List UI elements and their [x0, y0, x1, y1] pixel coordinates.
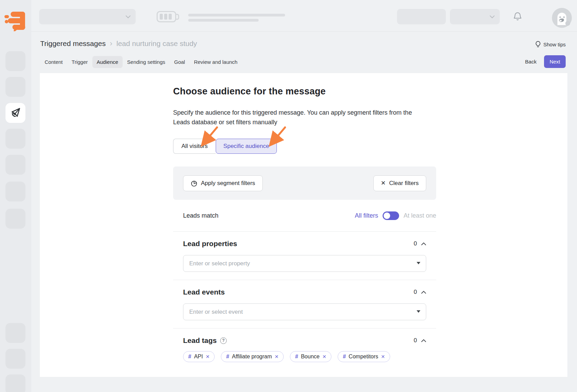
property-select-input[interactable]	[183, 255, 426, 272]
battery-icon	[157, 11, 180, 24]
segment-filters-panel: Apply segment filters ✕ Clear filters	[173, 166, 436, 200]
topbar-button-placeholder[interactable]	[397, 9, 446, 24]
tags-row: # API ✕ # Affiliate program ✕ # Bounce	[183, 351, 426, 362]
tag-label: Affiliate program	[232, 354, 272, 360]
tag-pill: # Affiliate program ✕	[221, 351, 284, 362]
sidebar-item-placeholder[interactable]	[5, 51, 25, 71]
match-mode-toggle[interactable]	[383, 211, 399, 220]
leads-match-row: Leads match All filters At least one	[173, 211, 436, 220]
chevron-down-icon	[125, 15, 131, 19]
leads-match-label: Leads match	[183, 212, 218, 219]
tab-goal[interactable]: Goal	[170, 56, 190, 68]
hash-icon: #	[188, 354, 191, 360]
topbar-text-placeholder	[188, 19, 259, 22]
sidebar-item-placeholder[interactable]	[5, 209, 25, 229]
step-tabs: Content Trigger Audience Sending setting…	[40, 56, 242, 68]
remove-tag-icon[interactable]: ✕	[381, 354, 385, 359]
close-icon: ✕	[381, 180, 386, 187]
event-select	[183, 303, 426, 320]
sidebar-item-placeholder[interactable]	[5, 77, 25, 97]
sidebar-item-placeholder[interactable]	[5, 155, 25, 175]
tag-label: API	[194, 354, 203, 360]
tab-audience[interactable]: Audience	[92, 56, 123, 68]
breadcrumb-current: lead nurturing case study	[116, 39, 197, 48]
show-tips-label: Show tips	[543, 42, 566, 47]
audience-type-switch: All visitors Specific audience	[173, 139, 436, 154]
apply-segment-filters-button[interactable]: Apply segment filters	[183, 175, 263, 191]
hash-icon: #	[226, 354, 229, 360]
clear-filters-button[interactable]: ✕ Clear filters	[373, 175, 426, 191]
sidebar-item-placeholder[interactable]	[5, 182, 25, 201]
main-card: Choose audience for the message Specify …	[40, 73, 567, 377]
topbar-text-placeholder	[188, 14, 285, 16]
tab-review-and-launch[interactable]: Review and launch	[190, 56, 242, 68]
topbar-divider	[31, 31, 577, 32]
remove-tag-icon[interactable]: ✕	[322, 354, 326, 359]
lead-tags-title: Lead tags	[183, 336, 217, 345]
avatar[interactable]	[552, 8, 572, 28]
tab-content[interactable]: Content	[40, 56, 67, 68]
breadcrumb-separator: ›	[110, 39, 112, 48]
hash-icon: #	[295, 354, 298, 360]
chevron-up-icon	[421, 291, 426, 294]
event-select-input[interactable]	[183, 303, 426, 320]
show-tips-button[interactable]: Show tips	[535, 41, 566, 48]
clear-filters-label: Clear filters	[389, 180, 419, 187]
lightbulb-icon	[535, 41, 541, 48]
tag-pill: # API ✕	[183, 351, 215, 362]
notifications-bell-icon[interactable]	[513, 12, 522, 23]
remove-tag-icon[interactable]: ✕	[275, 354, 279, 359]
all-filters-option[interactable]: All filters	[355, 212, 378, 219]
lead-tags-collapse[interactable]: 0	[414, 337, 426, 344]
page-title: Choose audience for the message	[173, 86, 436, 97]
chevron-up-icon	[421, 339, 426, 342]
topbar-select-placeholder[interactable]	[450, 9, 500, 24]
tag-pill: # Bounce ✕	[290, 351, 331, 362]
specific-audience-button[interactable]: Specific audience	[216, 139, 277, 154]
property-select	[183, 255, 426, 272]
help-icon[interactable]: ?	[220, 337, 227, 344]
next-button[interactable]: Next	[544, 55, 566, 68]
breadcrumb: Triggered messages › lead nurturing case…	[40, 39, 197, 48]
sidebar-item-placeholder[interactable]	[5, 374, 25, 392]
app-window: Triggered messages › lead nurturing case…	[0, 0, 577, 392]
caret-down-icon[interactable]	[416, 310, 421, 313]
lead-events-title: Lead events	[183, 288, 225, 296]
lead-events-count: 0	[414, 289, 417, 296]
caret-down-icon[interactable]	[416, 262, 421, 265]
wizard-nav: Back Next	[525, 55, 566, 68]
sidebar	[0, 0, 31, 392]
lead-properties-collapse[interactable]: 0	[414, 240, 426, 247]
page-description: Specify the audience for this triggered …	[173, 108, 436, 127]
lead-events-collapse[interactable]: 0	[414, 289, 426, 296]
lead-properties-count: 0	[414, 240, 417, 247]
sidebar-item-placeholder[interactable]	[5, 129, 25, 149]
lead-properties-section: Lead properties 0	[173, 231, 436, 280]
back-button[interactable]: Back	[525, 59, 536, 65]
toggle-knob	[384, 212, 390, 219]
breadcrumb-parent[interactable]: Triggered messages	[40, 39, 106, 48]
chevron-up-icon	[421, 242, 426, 245]
sidebar-item-triggered-messages[interactable]	[5, 103, 25, 123]
chevron-down-icon	[489, 15, 495, 19]
lead-tags-count: 0	[414, 337, 417, 344]
tag-label: Bounce	[301, 354, 319, 360]
all-visitors-button[interactable]: All visitors	[173, 139, 216, 154]
sidebar-item-placeholder[interactable]	[5, 349, 25, 369]
tag-label: Competitors	[349, 354, 378, 360]
lead-events-section: Lead events 0	[173, 280, 436, 328]
tab-sending-settings[interactable]: Sending settings	[123, 56, 170, 68]
brand-logo-icon[interactable]	[4, 11, 26, 31]
workspace-select[interactable]	[39, 9, 136, 24]
lead-properties-title: Lead properties	[183, 240, 237, 248]
remove-tag-icon[interactable]: ✕	[206, 354, 210, 359]
pie-chart-icon	[191, 180, 197, 187]
at-least-one-option[interactable]: At least one	[404, 212, 436, 219]
tag-pill: # Competitors ✕	[338, 351, 390, 362]
apply-segment-filters-label: Apply segment filters	[201, 180, 255, 187]
tab-trigger[interactable]: Trigger	[67, 56, 92, 68]
lead-tags-section: Lead tags ? 0 # API ✕	[173, 328, 436, 366]
sidebar-item-placeholder[interactable]	[5, 323, 25, 343]
hash-icon: #	[343, 354, 346, 360]
paper-plane-icon	[10, 106, 21, 119]
